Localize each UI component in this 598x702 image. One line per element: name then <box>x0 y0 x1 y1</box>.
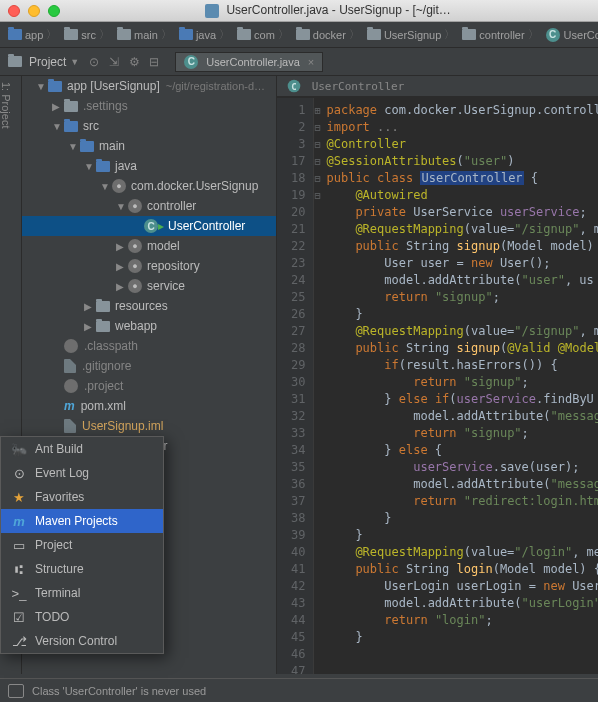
code-line[interactable]: } <box>326 527 598 544</box>
tree-arrow-icon[interactable] <box>84 301 96 312</box>
code-line[interactable]: return "login"; <box>326 612 598 629</box>
tree-arrow-icon[interactable] <box>116 281 128 292</box>
tree-node[interactable]: ●model <box>22 236 276 256</box>
breadcrumb-item[interactable]: app〉 <box>6 27 62 42</box>
code-line[interactable]: } else { <box>326 442 598 459</box>
tree-arrow-icon[interactable] <box>116 201 128 212</box>
tree-node[interactable]: ●com.docker.UserSignup <box>22 176 276 196</box>
zoom-window-button[interactable] <box>48 5 60 17</box>
navigation-breadcrumb[interactable]: app〉src〉main〉java〉com〉docker〉UserSignup〉… <box>0 22 598 48</box>
tree-node[interactable]: .settings <box>22 96 276 116</box>
popup-item-icon: ▭ <box>11 538 27 553</box>
breadcrumb-item[interactable]: src〉 <box>62 27 115 42</box>
tree-arrow-icon[interactable] <box>68 141 80 152</box>
code-line[interactable]: import ... <box>326 119 598 136</box>
popup-item[interactable]: mMaven Projects <box>1 509 163 533</box>
breadcrumb-item[interactable]: main〉 <box>115 27 177 42</box>
window-title: UserController.java - UserSignup - [~/gi… <box>66 3 590 18</box>
tree-node[interactable]: UserSignup.iml <box>22 416 276 436</box>
tree-node[interactable]: app [UserSignup]~/git/registration-d… <box>22 76 276 96</box>
tree-node[interactable]: ●repository <box>22 256 276 276</box>
popup-item[interactable]: ★Favorites <box>1 485 163 509</box>
code-line[interactable]: private UserService userService; <box>326 204 598 221</box>
popup-item[interactable]: ⊙Event Log <box>1 461 163 485</box>
tree-node[interactable]: .project <box>22 376 276 396</box>
code-line[interactable]: return "signup"; <box>326 425 598 442</box>
code-line[interactable]: @RequestMapping(value="/login", me <box>326 544 598 561</box>
code-line[interactable]: @RequestMapping(value="/signup", m <box>326 221 598 238</box>
tree-arrow-icon[interactable] <box>100 181 112 192</box>
code-line[interactable]: User user = new User(); <box>326 255 598 272</box>
file-icon <box>64 419 76 433</box>
tree-node[interactable]: main <box>22 136 276 156</box>
code-line[interactable]: return "signup"; <box>326 374 598 391</box>
code-line[interactable]: public String signup(Model model) <box>326 238 598 255</box>
popup-item[interactable]: ☑TODO <box>1 605 163 629</box>
tree-node[interactable]: C▸UserController <box>22 216 276 236</box>
package-icon: ● <box>128 279 142 293</box>
editor-breadcrumb[interactable]: C UserController <box>277 76 598 97</box>
tool-window-popup[interactable]: 🐜Ant Build⊙Event Log★FavoritesmMaven Pro… <box>0 436 164 654</box>
code-line[interactable]: public String login(Model model) { <box>326 561 598 578</box>
breadcrumb-item[interactable]: com〉 <box>235 27 294 42</box>
tree-arrow-icon[interactable] <box>116 261 128 272</box>
popup-item[interactable]: ⑆Structure <box>1 557 163 581</box>
code-line[interactable]: @RequestMapping(value="/signup", m <box>326 323 598 340</box>
breadcrumb-item[interactable]: controller〉 <box>460 27 543 42</box>
tree-arrow-icon[interactable] <box>36 81 48 92</box>
code-line[interactable]: package com.docker.UserSignup.controll <box>326 102 598 119</box>
code-line[interactable]: userService.save(user); <box>326 459 598 476</box>
minimize-window-button[interactable] <box>28 5 40 17</box>
tree-node[interactable]: ●service <box>22 276 276 296</box>
popup-item[interactable]: 🐜Ant Build <box>1 437 163 461</box>
code-area[interactable]: package com.docker.UserSignup.controllim… <box>320 98 598 674</box>
tree-node[interactable]: resources <box>22 296 276 316</box>
code-line[interactable]: @Controller <box>326 136 598 153</box>
code-line[interactable]: } <box>326 510 598 527</box>
code-line[interactable]: public String signup(@Valid @Model <box>326 340 598 357</box>
code-line[interactable]: model.addAttribute("user", us <box>326 272 598 289</box>
scroll-from-source-icon[interactable]: ⊙ <box>85 53 103 71</box>
breadcrumb-item[interactable]: java〉 <box>177 27 235 42</box>
popup-item[interactable]: >_Terminal <box>1 581 163 605</box>
tree-node[interactable]: webapp <box>22 316 276 336</box>
settings-gear-icon[interactable]: ⚙ <box>125 53 143 71</box>
popup-item[interactable]: ⎇Version Control <box>1 629 163 653</box>
project-panel-selector[interactable]: Project ▼ <box>4 53 83 71</box>
breadcrumb-item[interactable]: UserSignup〉 <box>365 27 460 42</box>
code-line[interactable]: } else if(userService.findByU <box>326 391 598 408</box>
tree-node[interactable]: mpom.xml <box>22 396 276 416</box>
code-line[interactable]: return "signup"; <box>326 289 598 306</box>
tree-arrow-icon[interactable] <box>116 241 128 252</box>
tree-node[interactable]: .classpath <box>22 336 276 356</box>
breadcrumb-item[interactable]: CUserCon… <box>544 28 598 42</box>
code-editor[interactable]: C UserController 12317181920212223242526… <box>277 76 598 674</box>
code-line[interactable]: if(result.hasErrors()) { <box>326 357 598 374</box>
code-line[interactable]: model.addAttribute("userLogin" <box>326 595 598 612</box>
editor-tab[interactable]: C UserController.java × <box>175 52 323 72</box>
tree-node[interactable]: ●controller <box>22 196 276 216</box>
tree-arrow-icon[interactable] <box>84 161 96 172</box>
code-line[interactable]: @Autowired <box>326 187 598 204</box>
tree-arrow-icon[interactable] <box>52 101 64 112</box>
code-line[interactable]: } <box>326 306 598 323</box>
tree-arrow-icon[interactable] <box>52 121 64 132</box>
collapse-all-icon[interactable]: ⇲ <box>105 53 123 71</box>
code-line[interactable]: model.addAttribute("messag <box>326 476 598 493</box>
hide-panel-icon[interactable]: ⊟ <box>145 53 163 71</box>
popup-item[interactable]: ▭Project <box>1 533 163 557</box>
tree-node[interactable]: src <box>22 116 276 136</box>
tree-arrow-icon[interactable] <box>84 321 96 332</box>
close-tab-icon[interactable]: × <box>308 56 314 68</box>
status-icon[interactable] <box>8 684 24 698</box>
tree-node[interactable]: java <box>22 156 276 176</box>
breadcrumb-item[interactable]: docker〉 <box>294 27 365 42</box>
code-line[interactable]: } <box>326 629 598 646</box>
code-line[interactable]: @SessionAttributes("user") <box>326 153 598 170</box>
code-line[interactable]: model.addAttribute("messag <box>326 408 598 425</box>
code-line[interactable]: public class UserController { <box>326 170 598 187</box>
tree-node[interactable]: .gitignore <box>22 356 276 376</box>
close-window-button[interactable] <box>8 5 20 17</box>
code-line[interactable]: return "redirect:login.htm <box>326 493 598 510</box>
code-line[interactable]: UserLogin userLogin = new User <box>326 578 598 595</box>
